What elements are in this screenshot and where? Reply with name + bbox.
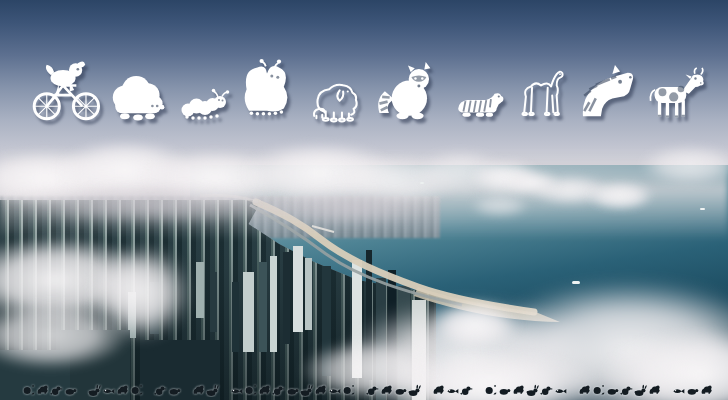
small-bird-icon [154, 384, 167, 397]
building [270, 256, 277, 352]
glyph-strip [22, 379, 724, 397]
small-rabbit-icon [88, 384, 101, 397]
small-snail-icon [130, 384, 143, 397]
dog-on-bicycle-icon [28, 50, 104, 124]
boat [420, 182, 424, 184]
cloud [585, 182, 655, 208]
small-animal-icon [116, 384, 129, 397]
small-fish-icon [672, 384, 685, 397]
cloud [470, 195, 530, 217]
small-bug-icon [168, 384, 181, 397]
small-rabbit-icon [300, 384, 313, 397]
small-snail-icon [342, 384, 355, 397]
small-bug-icon [686, 384, 699, 397]
small-rabbit-icon [634, 384, 647, 397]
small-snail-icon [592, 384, 605, 397]
elephant-with-calf-icon [298, 66, 372, 124]
small-bird-icon [460, 384, 473, 397]
zebra-crawling-icon [445, 72, 513, 124]
small-rabbit-icon [408, 384, 421, 397]
small-bird-icon [620, 384, 633, 397]
building [196, 262, 204, 318]
caterpillar-icon [173, 74, 237, 124]
small-fish-icon [446, 384, 459, 397]
glyph-word [484, 384, 567, 397]
small-animal-icon [380, 384, 393, 397]
glyph-word [230, 384, 355, 397]
small-rabbit-icon [526, 384, 539, 397]
glyph-word [432, 384, 473, 397]
building [283, 252, 290, 344]
small-bug-icon [64, 384, 77, 397]
boat [572, 281, 580, 284]
cow-icon [642, 58, 712, 124]
small-snail-icon [244, 384, 257, 397]
glyph-word [578, 384, 661, 397]
small-bird-icon [50, 384, 63, 397]
building [305, 258, 312, 330]
boat [700, 208, 705, 210]
small-animal-icon [36, 384, 49, 397]
small-animal-icon [512, 384, 525, 397]
building [210, 272, 217, 332]
camel-icon [513, 58, 569, 124]
small-bug-icon [498, 384, 511, 397]
hedgehog-icon [104, 64, 172, 124]
building [293, 246, 303, 332]
small-animal-icon [578, 384, 591, 397]
glyph-word [22, 384, 77, 397]
small-bird-icon [272, 384, 285, 397]
small-animal-icon [314, 384, 327, 397]
cloud [505, 170, 560, 195]
font-specimen-image [0, 0, 728, 400]
small-animal-icon [192, 384, 205, 397]
building [232, 282, 239, 352]
small-bug-icon [394, 384, 407, 397]
small-bug-icon [286, 384, 299, 397]
small-snail-icon [484, 384, 497, 397]
small-fish-icon [328, 384, 341, 397]
small-bug-icon [606, 384, 619, 397]
small-fish-icon [230, 384, 243, 397]
glyph-word [88, 384, 143, 397]
cloud-shadow [0, 185, 300, 225]
small-rabbit-icon [206, 384, 219, 397]
building [259, 262, 267, 352]
small-animal-icon [432, 384, 445, 397]
cloud-shadow [260, 190, 440, 225]
small-bird-icon [366, 384, 379, 397]
cloud [430, 300, 520, 350]
small-fish-icon [554, 384, 567, 397]
snail-icon [237, 52, 297, 124]
small-animal-icon [648, 384, 661, 397]
glyph-word [154, 384, 181, 397]
small-snail-icon [22, 384, 35, 397]
glyph-word [192, 384, 219, 397]
glyph-banner [28, 40, 712, 124]
small-animal-icon [258, 384, 271, 397]
glyph-word [366, 384, 421, 397]
small-animal-icon [700, 384, 713, 397]
zebra-head-icon [570, 60, 642, 124]
small-fish-icon [102, 384, 115, 397]
glyph-word [672, 384, 713, 397]
small-bird-icon [540, 384, 553, 397]
building [243, 272, 254, 352]
raccoon-icon [372, 56, 444, 124]
